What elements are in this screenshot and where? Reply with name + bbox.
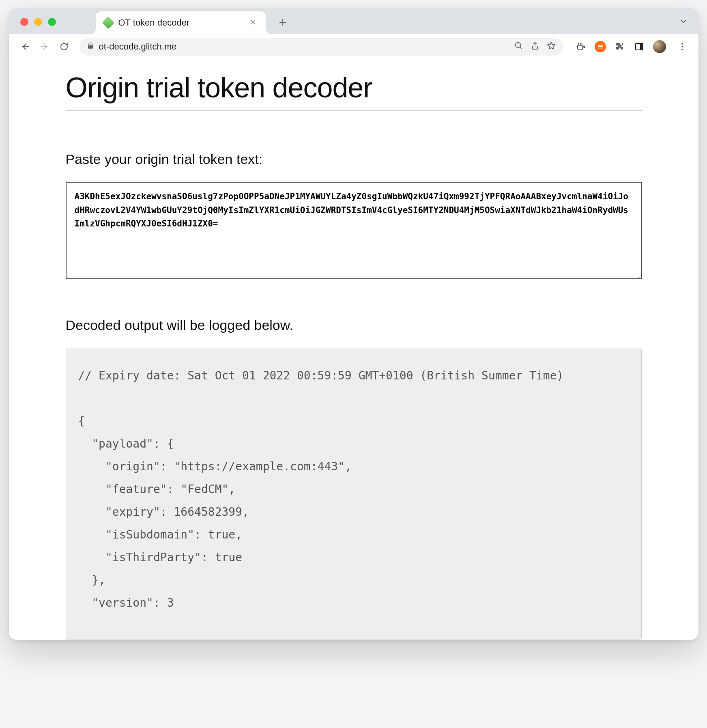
svg-point-5 (681, 46, 683, 47)
extensions-button[interactable] (614, 41, 625, 52)
extension-icons (570, 39, 690, 55)
page-content: Origin trial token decoder Paste your or… (9, 59, 698, 640)
browser-menu-button[interactable] (674, 39, 690, 55)
svg-rect-0 (88, 45, 93, 48)
close-tab-button[interactable] (248, 17, 258, 29)
tab-strip: OT token decoder (9, 8, 698, 34)
browser-toolbar: ot-decode.glitch.me (9, 34, 698, 59)
minimize-window-button[interactable] (34, 18, 42, 26)
browser-tab[interactable]: OT token decoder (96, 11, 266, 34)
paste-label: Paste your origin trial token text: (66, 151, 642, 167)
maximize-window-button[interactable] (48, 18, 56, 26)
bookmark-icon[interactable] (547, 41, 556, 52)
search-icon[interactable] (514, 41, 523, 52)
arrow-left-icon (20, 42, 30, 52)
url-text: ot-decode.glitch.me (99, 41, 509, 52)
close-icon (250, 19, 256, 26)
svg-point-6 (681, 49, 683, 50)
kebab-icon (677, 42, 687, 52)
profile-avatar[interactable] (653, 40, 666, 53)
omnibox-actions (514, 41, 556, 52)
svg-point-4 (681, 43, 683, 45)
share-icon[interactable] (531, 41, 539, 52)
decoded-output: // Expiry date: Sat Oct 01 2022 00:59:59… (66, 348, 642, 640)
forward-button[interactable] (37, 39, 53, 55)
address-bar[interactable]: ot-decode.glitch.me (80, 38, 563, 56)
arrow-right-icon (40, 42, 49, 52)
new-tab-button[interactable] (277, 16, 289, 28)
browser-window: OT token decoder ot-decode.glitch.me (9, 8, 698, 640)
extension-coffee-icon[interactable] (575, 41, 587, 52)
token-textarea[interactable] (66, 182, 642, 279)
lock-icon (87, 42, 94, 51)
page-heading: Origin trial token decoder (66, 71, 642, 111)
svg-rect-3 (640, 43, 643, 50)
tab-list-dropdown[interactable] (679, 17, 688, 28)
output-label: Decoded output will be logged below. (66, 317, 642, 333)
reload-icon (59, 42, 69, 52)
reload-button[interactable] (56, 39, 72, 55)
window-controls (20, 18, 56, 26)
plus-icon (278, 18, 287, 27)
chevron-down-icon (679, 17, 688, 26)
extension-orange-icon[interactable] (595, 41, 606, 52)
tab-favicon-icon (102, 16, 114, 29)
back-button[interactable] (17, 39, 33, 55)
side-panel-button[interactable] (634, 41, 645, 52)
tab-title: OT token decoder (118, 17, 243, 28)
close-window-button[interactable] (20, 18, 28, 26)
